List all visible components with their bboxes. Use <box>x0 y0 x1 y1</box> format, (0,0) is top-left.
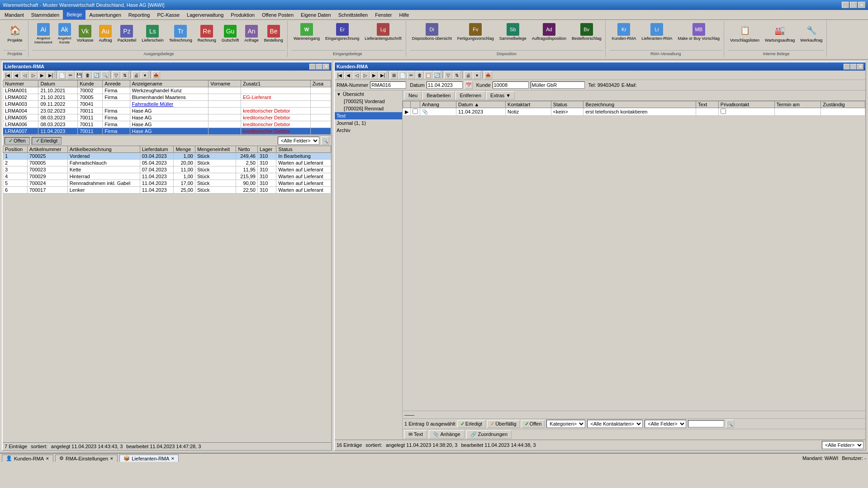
wareneingang-btn[interactable]: W Wareneingang <box>291 22 322 42</box>
menu-fenster[interactable]: Fenster <box>371 10 395 19</box>
jcol-zustaendig[interactable]: Zuständig <box>821 101 865 108</box>
rma-kunde-name-input[interactable] <box>531 81 585 89</box>
krma-print-drop[interactable]: ▾ <box>473 71 481 79</box>
angebot-interessent-btn[interactable]: Ai AngebotInteressent <box>32 22 55 46</box>
make-or-buy-btn[interactable]: MB Make or Buy Vorschlag <box>676 22 722 42</box>
lrma-print-btn[interactable]: 🖨 <box>132 71 140 79</box>
jcol-anhang[interactable]: Anhang <box>420 101 456 108</box>
rma-nummer-input[interactable] <box>370 81 406 89</box>
krma-table-btn[interactable]: ⊞ <box>390 71 398 79</box>
lieferantengutschrift-btn[interactable]: Lg Lieferantengutschrift <box>362 22 404 42</box>
rechnung-btn[interactable]: Re Rechnung <box>195 24 218 44</box>
jrow-check[interactable] <box>411 108 420 116</box>
lrma-alle-felder-select[interactable]: <Alle Felder> <box>278 137 319 145</box>
krma-refresh-btn[interactable]: 🔄 <box>433 71 441 79</box>
col-zusatz1[interactable]: Zusatz1 <box>241 81 310 87</box>
lrma-save-btn[interactable]: 💾 <box>75 71 83 79</box>
table-row[interactable]: LRMA005 08.03.2023 70011 Firma Hase AG k… <box>3 114 331 121</box>
kunden-rma-toolbar-btn[interactable]: Kr Kunden-RMA <box>609 22 638 42</box>
krma-search-input[interactable] <box>688 420 724 427</box>
tree-text[interactable]: Text <box>335 112 402 119</box>
menu-schnittstellen[interactable]: Schnittstellen <box>335 10 371 19</box>
col-zusa[interactable]: Zusa <box>310 81 331 87</box>
lrma-del-btn[interactable]: 🗑 <box>84 71 92 79</box>
lrma-first-btn[interactable]: |◀ <box>4 71 12 79</box>
col-vorname[interactable]: Vorname <box>209 81 241 87</box>
lrma-search-btn[interactable]: 🔍 <box>101 71 109 79</box>
eingangsrechnung-btn[interactable]: Er Eingangsrechnung <box>323 22 361 42</box>
menu-auswertungen[interactable]: Auswertungen <box>85 10 124 19</box>
krma-neu-btn[interactable]: Neu <box>404 91 422 99</box>
pos-col-menge[interactable]: Menge <box>174 146 195 153</box>
col-anrede[interactable]: Anrede <box>103 81 130 87</box>
lrma-table-container[interactable]: Nummer Datum Kunde Anrede Anzeigename Vo… <box>3 80 331 135</box>
tree-journal[interactable]: Journal (1, 1) <box>335 119 402 127</box>
pos-col-bez[interactable]: Artikelbezeichnung <box>67 146 140 153</box>
krma-edit-btn[interactable]: ✏ <box>407 71 415 79</box>
lrma-close-btn[interactable]: ✕ <box>323 64 329 70</box>
lieferschein-btn[interactable]: Ls Lieferschein <box>139 24 166 44</box>
jcol-kontaktart[interactable]: Kontaktart <box>506 101 551 108</box>
pos-col-pos[interactable]: Position <box>3 146 28 153</box>
jcol-termin[interactable]: Termin am <box>774 101 821 108</box>
krma-filter-btn[interactable]: ▽ <box>444 71 452 79</box>
gutschrift-btn[interactable]: Gu Gutschrift <box>219 24 242 44</box>
jcol-privatkontakt[interactable]: Privatkontakt <box>718 101 774 108</box>
journal-row[interactable]: ▶ 📎 11.04.2023 Notiz <kein> erst telefon… <box>403 108 865 116</box>
menu-lagerverwaltung[interactable]: Lagerverwaltung <box>183 10 227 19</box>
pos-col-status[interactable]: Status <box>276 146 331 153</box>
lrma-sort-btn[interactable]: ⇅ <box>121 71 129 79</box>
col-anzeigename[interactable]: Anzeigename <box>130 81 209 87</box>
jrow-priv-checkbox[interactable] <box>721 109 726 114</box>
lrma-maximize-btn[interactable]: □ <box>316 64 323 70</box>
bestellvorschlag-btn[interactable]: Bv Bestellvorschlag <box>569 22 604 42</box>
sammelbelege-btn[interactable]: Sb Sammelbelege <box>497 22 529 42</box>
krma-first-btn[interactable]: |◀ <box>336 71 344 79</box>
lrma-edit-btn[interactable]: ✏ <box>66 71 75 79</box>
menu-mandant[interactable]: Mandant <box>1 10 28 19</box>
krma-search-go[interactable]: 🔍 <box>726 420 734 428</box>
krma-copy-btn[interactable]: 📋 <box>424 71 432 79</box>
minimize-btn[interactable]: _ <box>842 2 849 8</box>
col-datum[interactable]: Datum <box>38 81 78 87</box>
lrma-filter-erledigt[interactable]: ✓ Erledigt <box>32 137 62 145</box>
krma-export-btn[interactable]: 📤 <box>484 71 492 79</box>
krma-alle-felder-select2[interactable]: <Alle Felder> <box>822 441 863 449</box>
jcol-text[interactable]: Text <box>696 101 719 108</box>
table-row[interactable]: 6 700017 Lenker 11.04.2023 25,00 Stück 2… <box>3 187 331 194</box>
footer-tab-lieferanten-rma[interactable]: 📦 Lieferanten-RMA ✕ <box>119 455 179 462</box>
krma-last-btn[interactable]: ▶| <box>379 71 387 79</box>
krma-next2-btn[interactable]: ▷ <box>361 71 370 79</box>
vorkasse-btn[interactable]: Vk Vorkasse <box>75 24 96 44</box>
rma-datum-btn[interactable]: 📅 <box>465 81 473 89</box>
col-nummer[interactable]: Nummer <box>3 81 38 87</box>
krma-print-btn[interactable]: 🖨 <box>464 71 472 79</box>
lrma-refresh-btn[interactable]: 🔄 <box>92 71 100 79</box>
table-row[interactable]: 3 700023 Kette 07.04.2023 11,00 Stück 11… <box>3 166 331 173</box>
lrma-search-clear[interactable]: 🔍 <box>321 137 329 145</box>
rma-datum-input[interactable] <box>427 81 463 89</box>
lrma-prev-btn[interactable]: ◀ <box>12 71 20 79</box>
table-row[interactable]: LRMA003 09.11.2022 70041 Fahrradteile Mü… <box>3 101 331 108</box>
maximize-btn[interactable]: □ <box>850 2 857 8</box>
angebot-kunde-btn[interactable]: Ak AngebotKunde <box>56 22 74 46</box>
menu-hilfe[interactable]: Hilfe <box>395 10 413 19</box>
krma-new-btn[interactable]: 📄 <box>398 71 407 79</box>
krma-kategorien-select[interactable]: Kategorien> <box>546 420 585 428</box>
krma-kontaktarten-select[interactable]: <Alle Kontaktarten> <box>587 420 643 428</box>
menu-reporting[interactable]: Reporting <box>125 10 154 19</box>
krma-felder-select[interactable]: <Alle Felder> <box>645 420 686 428</box>
close-btn[interactable]: ✕ <box>858 2 865 8</box>
table-row[interactable]: LRMA006 08.03.2023 70011 Firma Hase AG k… <box>3 121 331 128</box>
footer-tab-rma-einstellungen[interactable]: ⚙ RMA-Einstellungen ✕ <box>55 455 118 462</box>
krma-maximize-btn[interactable]: □ <box>850 64 857 70</box>
pos-col-artnr[interactable]: Artikelnummer <box>27 146 67 153</box>
lrma-position-container[interactable]: Position Artikelnummer Artikelbezeichnun… <box>3 146 331 442</box>
krma-sort-btn[interactable]: ⇅ <box>453 71 461 79</box>
auftragsdisposition-btn[interactable]: Ad Auftragsdisposition <box>530 22 569 42</box>
rma-einstellungen-tab-close[interactable]: ✕ <box>110 456 114 461</box>
menu-produktion[interactable]: Produktion <box>227 10 258 19</box>
lrma-print-drop[interactable]: ▾ <box>141 71 149 79</box>
table-row[interactable]: LRMA004 23.02.2023 70011 Firma Hase AG k… <box>3 108 331 114</box>
table-row[interactable]: 1 700025 Vorderad 03.04.2023 1,00 Stück … <box>3 153 331 160</box>
